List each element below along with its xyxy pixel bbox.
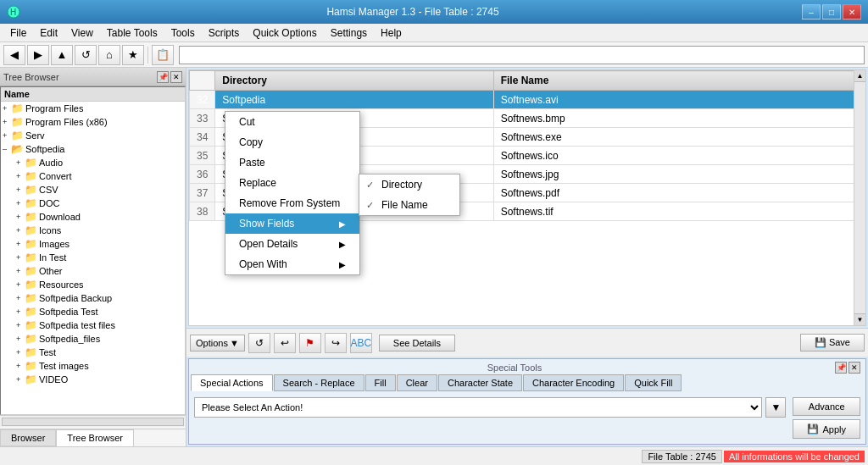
undo-button[interactable]: ↩ [274,333,296,353]
scroll-down-btn[interactable]: ▼ [854,313,865,325]
tab-special-actions[interactable]: Special Actions [191,374,273,391]
expand-icon[interactable]: + [16,199,25,208]
tree-item-test[interactable]: + 📁 Test [1,346,185,359]
tree-content[interactable]: Name + 📁 Program Files + 📁 Program Files… [0,86,186,415]
expand-icon[interactable]: + [16,240,25,248]
tree-item-test-images[interactable]: + 📁 Test images [1,359,185,373]
expand-icon[interactable]: – [3,145,11,153]
tree-item-resources[interactable]: + 📁 Resources [1,278,185,291]
tree-item-other[interactable]: + 📁 Other [1,264,185,278]
tree-item-csv[interactable]: + 📁 CSV [1,183,185,197]
refresh-table-button[interactable]: ↺ [248,333,270,353]
menu-tools[interactable]: Tools [164,25,202,41]
refresh-button[interactable]: ↺ [75,45,97,65]
table-row[interactable]: 32 Softpedia Softnews.avi [190,91,865,109]
tab-tree-browser[interactable]: Tree Browser [56,429,134,446]
ctx-cut[interactable]: Cut [225,112,359,132]
expand-icon[interactable]: + [16,375,25,384]
see-details-button[interactable]: See Details [379,335,455,352]
forward-button[interactable]: ▶ [27,45,49,65]
expand-icon[interactable]: + [3,118,11,126]
expand-icon[interactable]: + [16,294,25,302]
tab-quick-fill[interactable]: Quick Fill [625,374,682,391]
tree-item-doc[interactable]: + 📁 DOC [1,197,185,210]
flag-button[interactable]: ⚑ [299,333,321,353]
scroll-up-btn[interactable]: ▲ [854,70,865,82]
tree-item-softpedia-backup[interactable]: + 📁 Softpedia Backup [1,291,185,305]
tab-fill[interactable]: Fill [365,374,396,391]
tab-clear[interactable]: Clear [397,374,437,391]
ctx-open-with[interactable]: Open With ▶ [225,254,359,274]
menu-help[interactable]: Help [374,25,409,41]
ctx-copy[interactable]: Copy [225,132,359,152]
tree-item-icons[interactable]: + 📁 Icons [1,224,185,237]
tree-item-images[interactable]: + 📁 Images [1,237,185,251]
expand-icon[interactable]: + [16,335,25,343]
ctx-show-fields[interactable]: Show Fields ▶ [225,213,359,234]
dropdown-arrow-button[interactable]: ▼ [765,397,786,418]
tree-item-softpedia-files[interactable]: + 📁 Softpedia_files [1,332,185,346]
tab-search-replace[interactable]: Search - Replace [274,374,364,391]
tree-item-video[interactable]: + 📁 VIDEO [1,373,185,386]
action-select[interactable]: Please Select An Action! [194,397,762,418]
tree-item-softpedia[interactable]: – 📂 Softpedia [1,142,185,156]
expand-icon[interactable]: + [16,185,25,194]
expand-icon[interactable]: + [16,267,25,275]
menu-table-tools[interactable]: Table Tools [100,25,164,41]
h-scrollbar[interactable] [0,415,186,427]
ctx-open-details[interactable]: Open Details ▶ [225,234,359,254]
tree-pin-button[interactable]: 📌 [157,71,169,83]
advance-button[interactable]: Advance [793,397,860,416]
toolbar-extra-button[interactable]: 📋 [152,45,174,65]
menu-quick-options[interactable]: Quick Options [246,25,323,41]
expand-icon[interactable]: + [16,307,25,316]
menu-settings[interactable]: Settings [324,25,374,41]
tree-item-serv[interactable]: + 📁 Serv [1,129,185,142]
close-button[interactable]: ✕ [843,4,861,19]
ctx-replace[interactable]: Replace [225,173,359,193]
expand-icon[interactable]: + [16,172,25,180]
tree-item-audio[interactable]: + 📁 Audio [1,156,185,169]
tree-item-download[interactable]: + 📁 Download [1,210,185,224]
tree-item-program-files[interactable]: + 📁 Program Files [1,102,185,115]
address-input[interactable] [179,46,865,64]
submenu-directory[interactable]: ✓ Directory [359,174,459,195]
minimize-button[interactable]: – [802,4,821,19]
expand-icon[interactable]: + [16,158,25,167]
menu-scripts[interactable]: Scripts [202,25,247,41]
back-button[interactable]: ◀ [3,45,25,65]
redo-button[interactable]: ↪ [325,333,347,353]
expand-icon[interactable]: + [3,104,11,113]
up-button[interactable]: ▲ [51,45,73,65]
tab-browser[interactable]: Browser [0,429,56,446]
tree-item-convert[interactable]: + 📁 Convert [1,169,185,183]
menu-edit[interactable]: Edit [33,25,64,41]
v-scrollbar[interactable]: ▲ ▼ [854,70,865,325]
maximize-button[interactable]: □ [822,4,841,19]
st-pin-button[interactable]: 📌 [835,362,847,374]
spell-button[interactable]: ABC [350,333,372,353]
ctx-paste[interactable]: Paste [225,152,359,173]
menu-file[interactable]: File [3,25,33,41]
home-button[interactable]: ⌂ [98,45,120,65]
expand-icon[interactable]: + [16,253,25,262]
expand-icon[interactable]: + [3,131,11,140]
expand-icon[interactable]: + [16,321,25,329]
tree-item-program-files-x86[interactable]: + 📁 Program Files (x86) [1,115,185,129]
submenu-filename[interactable]: ✓ File Name [359,195,459,215]
tree-item-softpedia-test-files[interactable]: + 📁 Softpedia test files [1,318,185,332]
expand-icon[interactable]: + [16,226,25,235]
tree-close-button[interactable]: ✕ [170,71,182,83]
file-table-wrapper[interactable]: Directory File Name 32 Softpedia Softnew… [188,69,866,326]
tab-character-encoding[interactable]: Character Encoding [523,374,624,391]
tree-item-softpedia-test[interactable]: + 📁 Softpedia Test [1,305,185,318]
expand-icon[interactable]: + [16,213,25,221]
tab-character-state[interactable]: Character State [438,374,522,391]
apply-button[interactable]: 💾 Apply [793,419,860,439]
ctx-remove-from-system[interactable]: Remove From System [225,193,359,213]
options-button[interactable]: Options ▼ [190,335,245,352]
expand-icon[interactable]: + [16,362,25,370]
bookmark-button[interactable]: ★ [122,45,144,65]
expand-icon[interactable]: + [16,280,25,289]
st-close-button[interactable]: ✕ [849,362,860,374]
